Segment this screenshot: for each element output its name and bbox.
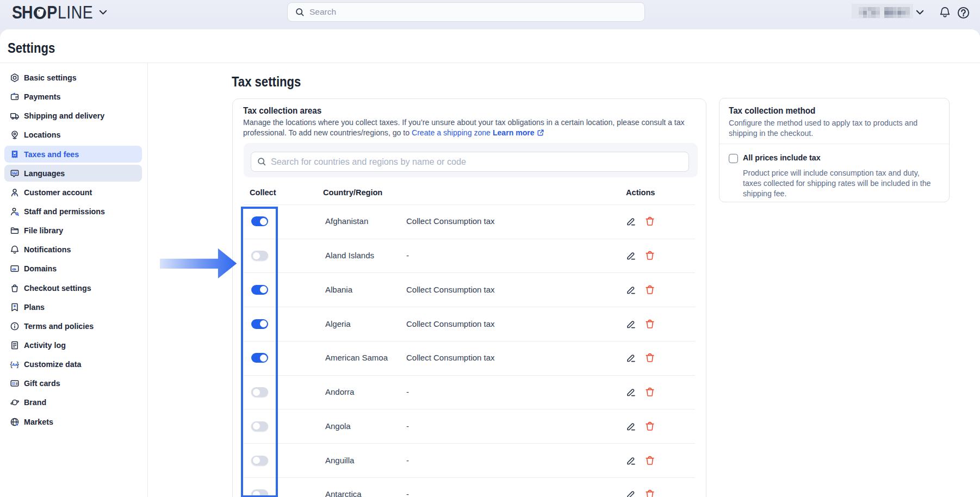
svg-text:Aa: Aa	[12, 362, 18, 367]
svg-text:EN: EN	[13, 171, 17, 174]
